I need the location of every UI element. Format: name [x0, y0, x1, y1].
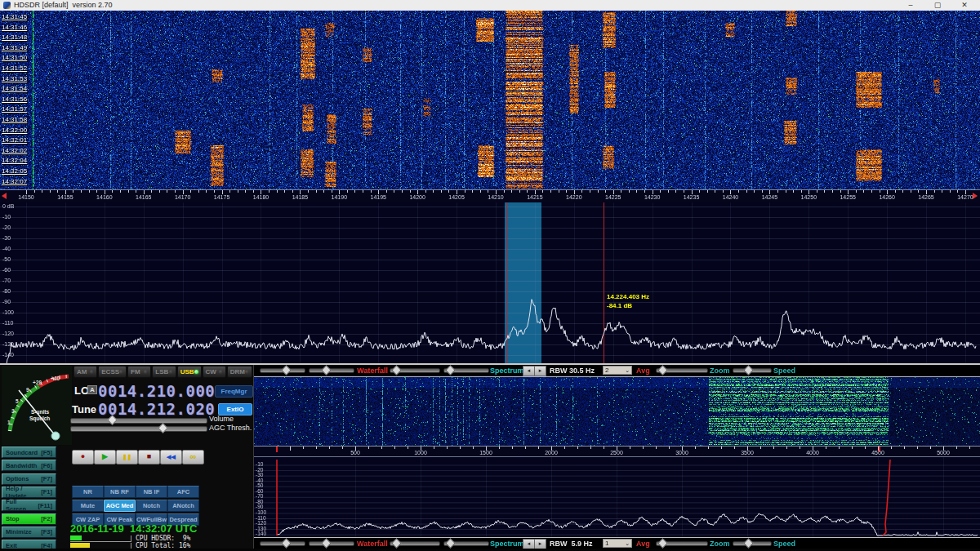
mode-button-am[interactable]: AM: [74, 366, 97, 378]
af-speed-slider[interactable]: [733, 541, 772, 546]
mode-button-cw[interactable]: CW: [203, 366, 226, 378]
title-bar[interactable]: HDSDR [default] version 2.70 – ▢ ✕: [0, 0, 980, 11]
rf-contrast-slider[interactable]: [309, 368, 354, 373]
freq-tick-label: 14175: [214, 194, 229, 200]
rf-rbw-increase-button[interactable]: ▸: [534, 366, 546, 376]
function-button-full-screen[interactable]: Full Screen[F11]: [2, 500, 56, 511]
loop-button[interactable]: ∞: [182, 450, 204, 464]
audio-db-label: -140: [256, 531, 266, 536]
frequency-scale[interactable]: 1415014155141601416514170141751418014185…: [0, 189, 980, 203]
db-label: -20: [2, 224, 11, 230]
af-contrast-slider[interactable]: [309, 541, 354, 546]
play-button[interactable]: ▶: [94, 450, 116, 464]
dsp-button-mute[interactable]: Mute: [72, 500, 104, 512]
dsp-button-anotch[interactable]: ANotch: [167, 500, 199, 512]
rewind-button[interactable]: ◀◀: [160, 450, 182, 464]
af-brightness-slider-thumb[interactable]: [281, 538, 292, 549]
rf-zoom-slider[interactable]: [656, 368, 708, 373]
scale-left-arrow-icon[interactable]: [2, 193, 7, 199]
af-zoom-slider-thumb[interactable]: [657, 538, 668, 549]
volume-slider[interactable]: [70, 418, 207, 424]
main-waterfall-canvas[interactable]: [0, 11, 980, 189]
volume-label: Volume: [209, 415, 234, 423]
timestamp-label: 14:31:46: [2, 24, 27, 31]
dsp-button-nr[interactable]: NR: [72, 486, 104, 498]
pause-button[interactable]: ❚❚: [116, 450, 138, 464]
af-spectrum-gain-slider-thumb[interactable]: [391, 538, 402, 549]
freq-tick-label: 14255: [840, 194, 855, 200]
function-button-options[interactable]: Options[F7]: [2, 473, 56, 485]
smeter-scale-label: 5: [16, 398, 19, 404]
af-zoom-slider[interactable]: [656, 541, 708, 546]
rf-speed-slider-thumb[interactable]: [743, 365, 754, 375]
function-button-key: [F7]: [41, 475, 52, 482]
function-button-key: [F3]: [41, 528, 52, 535]
mode-led-icon: [119, 370, 123, 374]
db-label: -120: [2, 331, 14, 336]
close-icon[interactable]: ✕: [959, 0, 970, 10]
hdsdr-window: HDSDR [default] version 2.70 – ▢ ✕ 14:31…: [0, 0, 980, 551]
db-label: -10: [2, 214, 11, 220]
rf-spectrum-label: Spectrum: [490, 367, 524, 375]
rf-brightness-slider-thumb[interactable]: [281, 365, 292, 375]
rf-spectrum-gain-slider-thumb[interactable]: [391, 365, 402, 375]
rf-rbw-decrease-button[interactable]: ◂: [523, 366, 535, 376]
audio-spectrum-canvas[interactable]: [254, 456, 980, 537]
scale-right-arrow-icon[interactable]: [973, 193, 978, 199]
freq-tick-label: 14235: [684, 194, 699, 200]
mode-button-lsb[interactable]: LSB: [152, 366, 176, 378]
rf-rbw-label: RBW 30.5 Hz: [550, 367, 595, 375]
af-avg-select[interactable]: 1⌄: [603, 539, 632, 548]
rf-speed-slider[interactable]: [733, 368, 772, 373]
dsp-button-nb-rf[interactable]: NB RF: [104, 486, 136, 498]
rf-spectrum-range-slider-thumb[interactable]: [445, 365, 456, 375]
tune-frequency-display[interactable]: 0014.212.020: [98, 400, 215, 418]
af-brightness-slider[interactable]: [260, 541, 305, 546]
function-button-help-update[interactable]: Help / Update[F1]: [2, 487, 56, 498]
extio-button[interactable]: ExtIO: [218, 403, 252, 415]
function-button-bandwidth[interactable]: Bandwidth[F6]: [2, 460, 56, 471]
mode-button-ecss[interactable]: ECSS: [98, 366, 127, 378]
record-button[interactable]: ●: [72, 450, 94, 464]
stop-button[interactable]: ■: [138, 450, 160, 464]
audio-freq-tick-label: 1000: [414, 450, 427, 455]
agc-threshold-slider[interactable]: [70, 426, 207, 432]
af-spectrum-range-slider[interactable]: [443, 541, 489, 546]
af-speed-slider-thumb[interactable]: [743, 538, 754, 549]
mode-button-usb[interactable]: USB: [177, 366, 202, 378]
rf-brightness-slider[interactable]: [260, 368, 305, 373]
rf-spectrum-range-slider[interactable]: [443, 368, 489, 373]
dsp-button-nb-if[interactable]: NB IF: [136, 486, 167, 498]
s-meter: 1359+20+40S-unitsSquelch: [2, 366, 72, 445]
smeter-scale-label: 9: [26, 387, 29, 393]
function-button-stop[interactable]: Stop[F2]: [2, 513, 56, 525]
freqmgr-button[interactable]: FreqMgr: [215, 385, 253, 398]
mode-button-fm[interactable]: FM: [127, 366, 151, 378]
rf-contrast-slider-thumb[interactable]: [321, 365, 332, 375]
dsp-button-agc-med[interactable]: AGC Med: [104, 500, 136, 512]
mode-button-drm[interactable]: DRM: [227, 366, 252, 378]
main-spectrum-canvas[interactable]: [0, 202, 980, 365]
af-contrast-slider-thumb[interactable]: [321, 538, 332, 549]
minimize-icon[interactable]: –: [905, 0, 916, 10]
rf-zoom-slider-thumb[interactable]: [657, 365, 668, 375]
rf-waterfall-label: Waterfall: [357, 367, 388, 375]
cpu-hdsdr-text: CPU HDSDR: 9%: [136, 535, 190, 542]
lo-frequency-display[interactable]: 0014.210.000: [98, 382, 215, 400]
function-button-label: Full Screen: [6, 498, 38, 513]
freq-tick-label: 14215: [527, 194, 542, 200]
function-button-minimize[interactable]: Minimize[F3]: [2, 527, 56, 538]
rf-spectrum-gain-slider[interactable]: [390, 368, 440, 373]
audio-frequency-scale[interactable]: 500100015002000250030003500400045005000: [254, 446, 980, 456]
function-button-soundcard[interactable]: Soundcard[F5]: [2, 447, 56, 458]
lo-a-badge[interactable]: A: [87, 385, 97, 394]
rf-avg-select[interactable]: 2⌄: [603, 366, 632, 375]
audio-waterfall-canvas[interactable]: [254, 376, 980, 446]
dsp-button-afc[interactable]: AFC: [167, 486, 199, 498]
function-button-label: Soundcard: [6, 449, 38, 456]
maximize-icon[interactable]: ▢: [932, 0, 943, 10]
date-time-display: 2016-11-19 14:32:07 UTC: [70, 522, 197, 535]
af-spectrum-range-slider-thumb[interactable]: [445, 538, 456, 549]
dsp-button-notch[interactable]: Notch: [136, 500, 167, 512]
af-spectrum-gain-slider[interactable]: [390, 541, 440, 546]
